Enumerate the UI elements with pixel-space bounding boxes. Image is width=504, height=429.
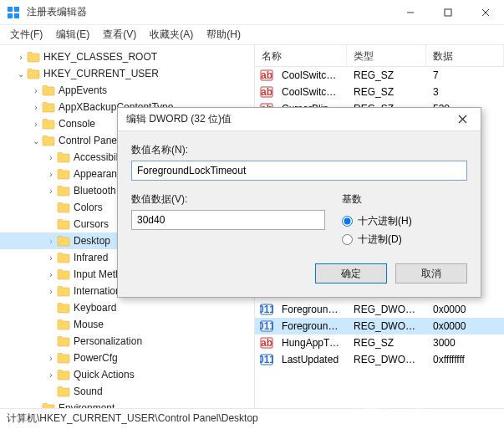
svg-rect-3: [14, 13, 19, 18]
tree-item-label: HKEY_CURRENT_USER: [43, 68, 159, 79]
expand-arrow-icon[interactable]: ›: [45, 186, 57, 196]
folder-icon: [57, 285, 70, 297]
dialog-close-button[interactable]: [449, 110, 476, 129]
window-controls: [391, 0, 504, 25]
expand-arrow-icon[interactable]: ›: [45, 170, 57, 179]
tree-item[interactable]: Sound: [0, 383, 254, 400]
expand-arrow-icon[interactable]: ›: [45, 153, 57, 162]
minimize-button[interactable]: [391, 0, 429, 25]
expand-arrow-icon[interactable]: ›: [45, 287, 57, 296]
cell-name: HungAppTime...: [275, 337, 347, 349]
tree-item-label: HKEY_CLASSES_ROOT: [43, 51, 157, 63]
ok-button[interactable]: 确定: [315, 263, 387, 283]
folder-icon: [42, 101, 55, 113]
expand-arrow-icon[interactable]: ›: [45, 270, 57, 279]
titlebar: 注册表编辑器: [0, 0, 504, 25]
svg-text:ab: ab: [261, 337, 272, 349]
expand-arrow-icon[interactable]: ›: [30, 120, 42, 129]
expand-arrow-icon[interactable]: ›: [45, 354, 57, 363]
expand-arrow-icon[interactable]: ›: [45, 370, 57, 380]
cell-data: 3: [426, 86, 504, 98]
value-data-input[interactable]: [131, 210, 325, 230]
menu-favorites[interactable]: 收藏夹(A): [143, 25, 200, 44]
tree-item[interactable]: ›PowerCfg: [0, 350, 254, 366]
tree-item-label: Console: [59, 118, 95, 130]
cell-name: ForegroundLo...: [275, 320, 347, 332]
close-button[interactable]: [466, 0, 504, 25]
cell-name: LastUpdated: [275, 354, 347, 365]
expand-arrow-icon[interactable]: ›: [45, 253, 57, 263]
list-row[interactable]: 011ForegroundLo...REG_DWORD0x0000: [255, 318, 504, 335]
menu-edit[interactable]: 编辑(E): [49, 25, 96, 44]
menu-file[interactable]: 文件(F): [3, 25, 49, 44]
cell-name: CoolSwitchCol...: [275, 69, 347, 81]
list-row[interactable]: 011LastUpdatedREG_DWORD0xffffffff: [255, 351, 504, 368]
folder-icon: [57, 252, 70, 263]
svg-text:ab: ab: [261, 69, 272, 81]
expand-arrow-icon[interactable]: ⌄: [15, 69, 27, 79]
list-row[interactable]: abCoolSwitchRowsREG_SZ3: [255, 84, 504, 100]
tree-item[interactable]: ›AppEvents: [0, 82, 254, 99]
value-icon: 011: [260, 353, 273, 366]
folder-icon: [57, 185, 70, 197]
list-row[interactable]: abHungAppTime...REG_SZ3000: [255, 335, 504, 351]
col-header-name[interactable]: 名称: [255, 45, 347, 66]
tree-item[interactable]: Personalization: [0, 333, 254, 350]
edit-dword-dialog: 编辑 DWORD (32 位)值 数值名称(N): 数值数据(V): 基数 十六…: [117, 107, 481, 298]
expand-arrow-icon[interactable]: ›: [15, 53, 27, 62]
svg-text:ab: ab: [261, 86, 272, 98]
cell-type: REG_DWORD: [347, 320, 426, 332]
radix-dec-radio[interactable]: [342, 234, 353, 245]
folder-icon: [57, 235, 70, 247]
statusbar: 计算机\HKEY_CURRENT_USER\Control Panel\Desk…: [0, 408, 504, 428]
tree-item[interactable]: Environment: [0, 400, 254, 408]
tree-item-label: Keyboard: [74, 302, 116, 314]
tree-item[interactable]: ⌄HKEY_CURRENT_USER: [0, 65, 254, 82]
dialog-titlebar: 编辑 DWORD (32 位)值: [118, 108, 481, 131]
tree-item[interactable]: ›Quick Actions: [0, 366, 254, 383]
value-name-input[interactable]: [131, 161, 467, 181]
cell-name: ForegroundFla...: [275, 304, 347, 315]
tree-item-label: Quick Actions: [74, 369, 135, 380]
tree-item-label: Infrared: [74, 252, 108, 263]
menu-view[interactable]: 查看(V): [96, 25, 143, 44]
value-icon: ab: [260, 85, 273, 99]
folder-icon: [57, 369, 70, 380]
expand-arrow-icon[interactable]: ⌄: [30, 136, 42, 146]
value-icon: 011: [260, 303, 273, 316]
maximize-button[interactable]: [429, 0, 466, 25]
list-row[interactable]: abCoolSwitchCol...REG_SZ7: [255, 67, 504, 84]
tree-item[interactable]: Mouse: [0, 316, 254, 333]
expand-arrow-icon[interactable]: ›: [45, 237, 57, 246]
menubar: 文件(F) 编辑(E) 查看(V) 收藏夹(A) 帮助(H): [0, 25, 504, 45]
menu-help[interactable]: 帮助(H): [200, 25, 247, 44]
cell-data: 0x0000: [426, 320, 504, 332]
folder-icon: [42, 402, 55, 408]
svg-text:011: 011: [260, 354, 273, 365]
tree-item[interactable]: ›HKEY_CLASSES_ROOT: [0, 49, 254, 65]
radix-dec-option[interactable]: 十进制(D): [342, 230, 467, 248]
tree-item-label: PowerCfg: [74, 352, 118, 364]
cell-type: REG_DWORD: [347, 304, 426, 315]
dialog-body: 数值名称(N): 数值数据(V): 基数 十六进制(H) 十进制(D) 确定: [118, 131, 481, 297]
tree-item-label: Control Panel: [59, 135, 120, 146]
cancel-button[interactable]: 取消: [395, 263, 467, 283]
col-header-type[interactable]: 类型: [347, 45, 426, 66]
cell-name: CoolSwitchRows: [275, 86, 347, 98]
expand-arrow-icon[interactable]: ›: [30, 86, 42, 95]
window-title: 注册表编辑器: [27, 5, 391, 19]
expand-arrow-icon[interactable]: ›: [30, 103, 42, 112]
folder-icon: [57, 352, 70, 364]
value-name-label: 数值名称(N):: [131, 143, 467, 157]
radix-group-label: 基数: [342, 192, 467, 207]
col-header-data[interactable]: 数据: [426, 45, 504, 66]
radix-hex-option[interactable]: 十六进制(H): [342, 212, 467, 230]
tree-item-label: Personalization: [74, 335, 142, 347]
folder-icon: [42, 84, 55, 96]
list-row[interactable]: 011ForegroundFla...REG_DWORD0x0000: [255, 301, 504, 318]
tree-item-label: Cursors: [74, 218, 109, 230]
tree-item[interactable]: Keyboard: [0, 299, 254, 316]
cell-data: 3000: [426, 337, 504, 349]
radix-hex-radio[interactable]: [342, 216, 353, 227]
value-data-label: 数值数据(V):: [131, 192, 325, 207]
